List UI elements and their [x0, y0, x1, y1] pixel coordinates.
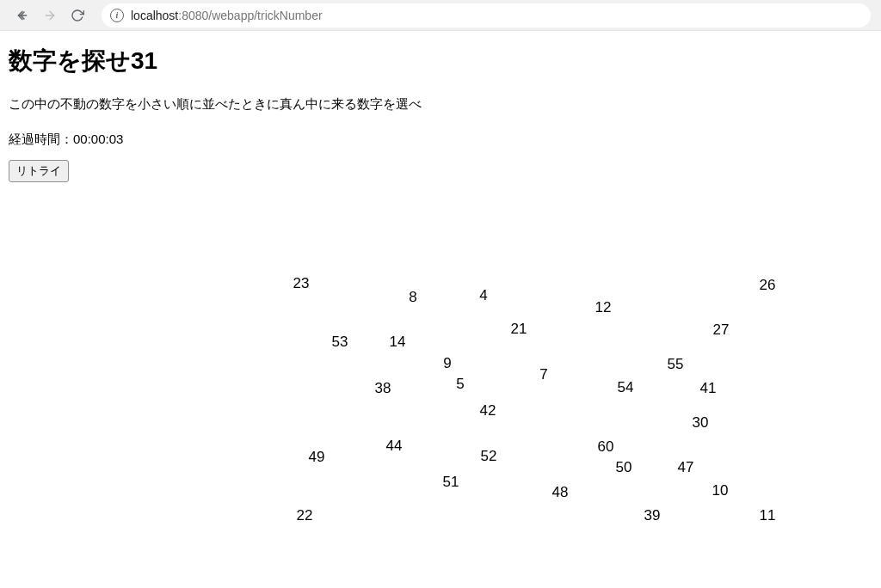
- number-item[interactable]: 55: [668, 356, 684, 373]
- number-item[interactable]: 47: [678, 459, 694, 476]
- number-item[interactable]: 8: [409, 289, 416, 306]
- elapsed-label: 経過時間：: [9, 132, 73, 146]
- number-item[interactable]: 39: [644, 507, 661, 524]
- number-item[interactable]: 53: [332, 334, 348, 351]
- number-item[interactable]: 38: [375, 380, 391, 397]
- url-text: localhost:8080/webapp/trickNumber: [131, 9, 323, 22]
- number-item[interactable]: 41: [700, 380, 717, 397]
- instruction-text: この中の不動の数字を小さい順に並べたときに真ん中に来る数字を選べ: [9, 96, 872, 113]
- number-item[interactable]: 23: [293, 275, 310, 292]
- number-item[interactable]: 49: [309, 449, 325, 466]
- number-item[interactable]: 50: [616, 459, 632, 476]
- reload-button[interactable]: [65, 3, 89, 28]
- number-item[interactable]: 10: [712, 482, 729, 499]
- number-item[interactable]: 52: [481, 448, 497, 465]
- arrow-right-icon: [43, 9, 57, 22]
- number-item[interactable]: 22: [297, 507, 313, 524]
- page-title: 数字を探せ31: [9, 45, 872, 77]
- number-item[interactable]: 11: [760, 507, 776, 524]
- url-path: :8080/webapp/trickNumber: [178, 9, 322, 22]
- number-item[interactable]: 60: [598, 438, 614, 456]
- page-content: 数字を探せ31 この中の不動の数字を小さい順に並べたときに真ん中に来る数字を選べ…: [0, 31, 881, 573]
- reload-icon: [71, 9, 84, 22]
- number-item[interactable]: 5: [456, 376, 464, 393]
- number-item[interactable]: 48: [552, 484, 569, 501]
- number-item[interactable]: 9: [443, 355, 451, 372]
- number-item[interactable]: 51: [443, 474, 459, 491]
- number-item[interactable]: 12: [595, 299, 612, 316]
- info-icon: i: [110, 9, 124, 22]
- url-host: localhost: [131, 9, 178, 22]
- number-item[interactable]: 7: [539, 366, 547, 383]
- number-field: 2384261227215314559754413854230446049525…: [9, 189, 872, 559]
- elapsed-time: 経過時間：00:00:03: [9, 132, 872, 148]
- number-item[interactable]: 54: [618, 379, 634, 396]
- forward-button[interactable]: [38, 3, 62, 28]
- elapsed-value: 00:00:03: [73, 132, 123, 146]
- back-button[interactable]: [10, 3, 34, 28]
- number-item[interactable]: 4: [479, 287, 487, 304]
- number-item[interactable]: 21: [511, 321, 527, 338]
- address-bar[interactable]: i localhost:8080/webapp/trickNumber: [102, 3, 871, 28]
- number-item[interactable]: 44: [386, 438, 403, 455]
- retry-button[interactable]: リトライ: [9, 160, 69, 182]
- number-item[interactable]: 14: [390, 334, 406, 351]
- browser-toolbar: i localhost:8080/webapp/trickNumber: [0, 0, 881, 31]
- arrow-left-icon: [15, 9, 29, 22]
- number-item[interactable]: 42: [480, 402, 496, 420]
- number-item[interactable]: 27: [713, 322, 730, 339]
- number-item[interactable]: 30: [693, 414, 709, 432]
- number-item[interactable]: 26: [760, 277, 776, 294]
